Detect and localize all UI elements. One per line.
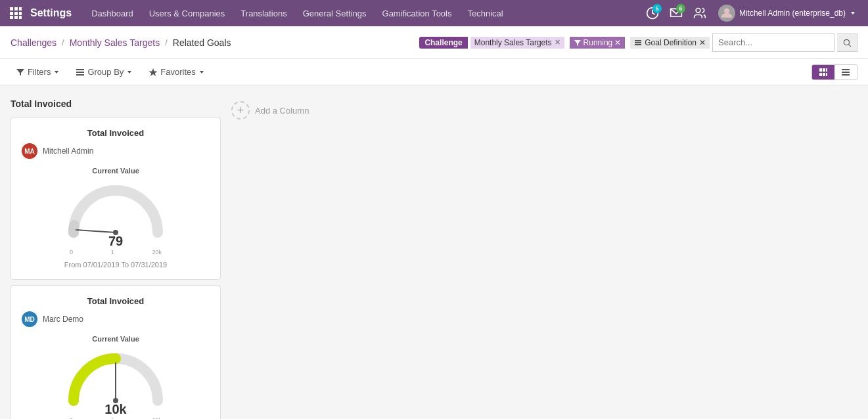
running-tag-remove[interactable]: ✕ [614,38,621,47]
svg-marker-20 [149,68,158,76]
svg-rect-27 [842,69,850,70]
svg-rect-3 [10,12,13,15]
clock-notifications[interactable]: 5 [642,3,663,24]
favorites-button[interactable]: Favorites [143,64,210,79]
card-2-value-label: Current Value [22,335,210,343]
running-filter-tag: Running ✕ [570,37,626,49]
add-column-button[interactable]: + Add a Column [229,96,311,125]
card-1-min: 0 [70,249,73,255]
svg-rect-0 [10,7,13,11]
search-input[interactable] [712,33,834,52]
add-col-icon: + [231,101,250,120]
svg-rect-18 [76,72,84,73]
card-1-value-label: Current Value [22,167,210,175]
svg-rect-4 [14,12,18,15]
svg-rect-25 [823,73,825,76]
star-icon [148,68,158,77]
card-1-target: 1 [111,249,114,255]
list-icon [841,68,850,77]
toolbar: Filters Group By Favorites [0,59,868,85]
svg-rect-24 [819,73,822,76]
svg-rect-26 [826,73,827,76]
svg-rect-17 [76,69,84,70]
top-nav: Settings Dashboard Users & Companies Tra… [0,0,868,26]
group-by-button[interactable]: Group By [70,64,138,79]
challenge-tag-value: Monthly Sales Targets ✕ [470,37,564,49]
svg-rect-12 [635,40,641,41]
svg-rect-23 [826,68,827,72]
group-by-icon [76,68,85,77]
svg-rect-5 [19,12,22,15]
svg-rect-6 [10,16,13,19]
nav-dashboard[interactable]: Dashboard [85,0,140,26]
svg-rect-21 [819,68,822,72]
user-name: Mitchell Admin (enterprise_db) [739,9,846,18]
add-column-label: Add a Column [255,106,309,116]
filter-toolbar-icon [16,68,25,77]
user-menu[interactable]: Mitchell Admin (enterprise_db) [713,5,861,22]
messages-badge: 6 [676,4,685,13]
svg-rect-29 [842,74,850,76]
svg-point-11 [724,9,729,14]
svg-point-10 [696,9,700,13]
nav-users-companies[interactable]: Users & Companies [143,0,232,26]
list-view-button[interactable] [834,65,857,79]
goal-card-1: Total Invoiced MA Mitchell Admin Current… [11,117,221,280]
search-button[interactable] [837,33,857,52]
card-1-date: From 07/01/2019 To 07/31/2019 [22,261,210,269]
kanban-icon [819,68,828,77]
breadcrumb-related-goals: Related Goals [173,37,231,48]
card-1-username: Mitchell Admin [43,146,93,156]
challenge-tag-remove[interactable]: ✕ [555,38,560,47]
goal-card-2: Total Invoiced MD Marc Demo Current Valu… [11,285,221,419]
breadcrumb-monthly-sales[interactable]: Monthly Sales Targets [70,37,160,48]
nav-general-settings[interactable]: General Settings [296,0,373,26]
breadcrumb: Challenges / Monthly Sales Targets / Rel… [11,37,231,48]
card-1-max: 20k [152,249,162,255]
search-icon [842,38,852,47]
card-2-username: Marc Demo [43,315,83,324]
nav-translations[interactable]: Translations [234,0,293,26]
card-1-gauge-value: 79 [108,234,123,249]
card-1-gauge-labels: 0 1 20k [70,249,162,255]
svg-line-30 [76,230,116,232]
svg-rect-1 [14,7,18,11]
nav-gamification-tools[interactable]: Gamification Tools [376,0,459,26]
people-icon[interactable] [689,3,710,24]
kanban-view-button[interactable] [812,65,834,79]
svg-rect-28 [842,72,850,73]
messages-icon[interactable]: 6 [666,3,687,24]
card-1-title: Total Invoiced [22,128,210,138]
card-1-gauge: 79 0 1 20k [63,180,168,255]
goal-definition-tag: Goal Definition ✕ [630,37,710,49]
breadcrumb-challenges[interactable]: Challenges [11,37,57,48]
svg-rect-22 [823,68,825,72]
card-1-avatar: MA [22,143,37,159]
add-column: + Add a Column [229,96,311,419]
favorites-chevron-icon [198,69,205,76]
filter-tags: Challenge Monthly Sales Targets ✕ Runnin… [419,33,857,52]
card-2-avatar: MD [22,311,37,327]
card-2-title: Total Invoiced [22,296,210,306]
user-avatar [718,5,735,22]
breadcrumb-bar: Challenges / Monthly Sales Targets / Rel… [0,26,868,59]
svg-rect-2 [19,7,22,11]
filters-chevron-icon [53,69,60,76]
svg-rect-19 [76,74,84,76]
app-title: Settings [30,7,72,19]
svg-line-16 [849,44,851,46]
goal-definition-tag-remove[interactable]: ✕ [699,38,706,47]
nav-technical[interactable]: Technical [461,0,510,26]
svg-rect-13 [635,42,641,43]
challenge-tag-label: Challenge [419,37,467,49]
svg-rect-14 [635,44,641,45]
filter-icon [574,39,582,47]
grid-menu-icon[interactable] [7,4,25,22]
svg-rect-8 [19,16,22,19]
column-header: Total Invoiced [11,96,221,112]
card-2-gauge: 10k 0 1 20k [63,348,168,419]
card-2-gauge-value: 10k [104,402,126,417]
svg-point-15 [844,39,849,45]
card-1-user: MA Mitchell Admin [22,143,210,159]
filters-button[interactable]: Filters [11,64,65,79]
